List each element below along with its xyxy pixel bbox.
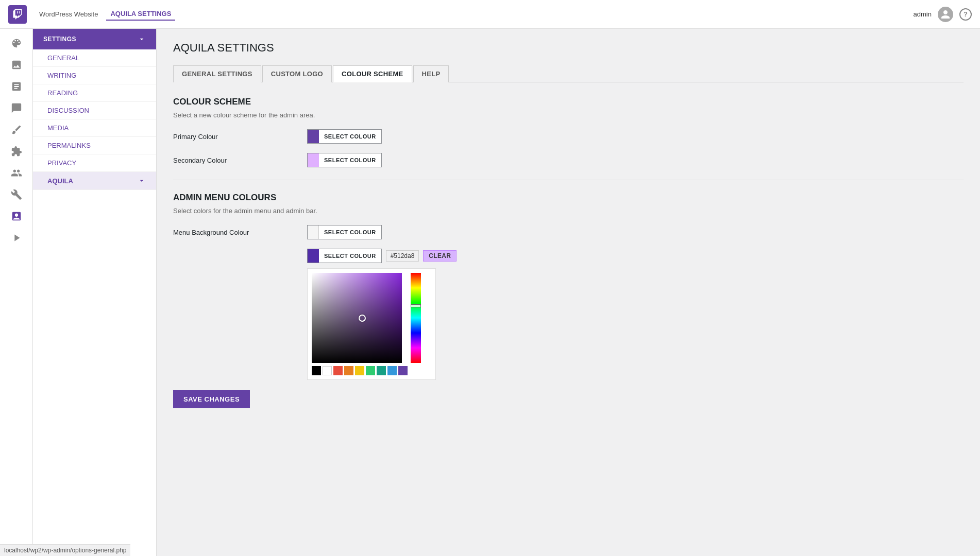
menu-bg-btn[interactable]: SELECT COLOUR [307,225,382,239]
menu-bg-row: Menu Background Colour SELECT COLOUR [173,225,964,239]
color-picker-container [307,268,436,380]
sidebar-icon-video[interactable] [4,228,29,248]
color-hue-bar[interactable] [411,273,421,363]
sidebar-icon-media[interactable] [4,55,29,75]
swatch-blue[interactable] [387,366,397,375]
tab-custom-logo[interactable]: CUSTOM LOGO [262,65,332,82]
secondary-colour-row: Secondary Colour SELECT COLOUR [173,153,964,167]
svg-rect-0 [411,273,421,363]
active-picker-btn-label: SELECT COLOUR [319,253,381,259]
menu-bg-btn-label: SELECT COLOUR [319,229,381,235]
menu-bg-label: Menu Background Colour [173,229,307,236]
admin-avatar[interactable] [938,7,953,22]
save-changes-button[interactable]: SAVE CHANGES [173,390,250,408]
primary-colour-label: Primary Colour [173,133,307,141]
swatch-teal[interactable] [377,366,386,375]
colour-scheme-desc: Select a new colour scheme for the admin… [173,111,964,119]
color-gradient-box[interactable] [312,273,402,363]
active-picker-btn[interactable]: SELECT COLOUR [307,249,382,263]
left-nav-item-media[interactable]: MEDIA [33,119,156,137]
admin-menu-desc: Select colors for the admin menu and adm… [173,207,964,215]
left-nav-item-general[interactable]: GENERAL [33,49,156,67]
admin-menu-title: ADMIN MENU COLOURS [173,193,964,203]
left-nav-item-privacy[interactable]: PRIVACY [33,154,156,172]
primary-colour-btn-label: SELECT COLOUR [319,133,381,140]
hue-cursor [411,304,421,307]
primary-colour-swatch [308,130,319,143]
tab-general-settings[interactable]: GENERAL SETTINGS [173,65,261,82]
sidebar-icon-plugins[interactable] [4,141,29,162]
primary-colour-row: Primary Colour SELECT COLOUR [173,129,964,144]
sidebar-icon-appearance[interactable] [4,33,29,54]
left-nav-item-writing[interactable]: WRITING [33,67,156,84]
left-nav-item-permalinks[interactable]: PERMALINKS [33,137,156,154]
site-logo[interactable] [8,5,27,24]
secondary-colour-label: Secondary Colour [173,157,307,164]
sidebar-icon-comments[interactable] [4,98,29,118]
swatch-white[interactable] [323,366,332,375]
active-picker-swatch [308,249,319,263]
top-bar-right: admin ? [914,7,972,22]
page-title: AQUILA SETTINGS [173,41,964,55]
swatch-orange[interactable] [344,366,353,375]
menu-bg-swatch [308,225,319,239]
aquila-settings-link[interactable]: AQUILA SETTINGS [106,8,175,21]
left-nav-aquila-label: AQUILA [47,177,73,185]
active-picker-row: SELECT COLOUR #512da8 CLEAR [307,249,964,263]
save-section: SAVE CHANGES [173,380,964,408]
section-divider [173,180,964,180]
tab-colour-scheme[interactable]: COLOUR SCHEME [333,65,412,82]
wordpress-website-link[interactable]: WordPress Website [35,8,102,20]
tab-help[interactable]: HELP [413,65,449,82]
top-nav: WordPress Website AQUILA SETTINGS [35,8,914,21]
help-icon[interactable]: ? [959,8,972,21]
secondary-colour-btn-label: SELECT COLOUR [319,157,381,163]
secondary-colour-btn[interactable]: SELECT COLOUR [307,153,382,167]
left-nav-item-reading[interactable]: READING [33,84,156,102]
left-nav-settings-header[interactable]: SETTINGS [33,29,156,49]
admin-username: admin [914,10,932,18]
colour-scheme-title: COLOUR SCHEME [173,97,964,107]
top-bar: WordPress Website AQUILA SETTINGS admin … [0,0,980,29]
sidebar-icon-pages[interactable] [4,76,29,97]
swatch-red[interactable] [333,366,343,375]
left-nav-item-aquila[interactable]: AQUILA [33,172,156,190]
swatch-purple[interactable] [398,366,408,375]
sidebar-icon-tools[interactable] [4,119,29,140]
color-swatches [312,366,408,375]
secondary-colour-swatch [308,153,319,167]
sidebar-icon-settings-active[interactable] [4,206,29,227]
swatch-green[interactable] [366,366,375,375]
colour-hash-value: #512da8 [386,250,419,262]
footer-bar: localhost/wp2/wp-admin/options-general.p… [0,544,130,556]
sidebar-icon-wrench[interactable] [4,184,29,205]
color-picker-panel [307,268,964,380]
footer-url: localhost/wp2/wp-admin/options-general.p… [4,547,126,554]
left-nav: SETTINGS GENERAL WRITING READING DISCUSS… [33,29,157,556]
tabs-bar: GENERAL SETTINGS CUSTOM LOGO COLOUR SCHE… [173,65,964,82]
swatch-black[interactable] [312,366,321,375]
main-content: AQUILA SETTINGS GENERAL SETTINGS CUSTOM … [157,29,980,556]
sidebar-icons [0,29,33,556]
left-nav-settings-label: SETTINGS [43,36,76,43]
primary-colour-btn[interactable]: SELECT COLOUR [307,129,382,144]
swatch-yellow[interactable] [355,366,364,375]
sidebar-icon-users[interactable] [4,163,29,183]
left-nav-item-discussion[interactable]: DISCUSSION [33,102,156,119]
clear-colour-btn[interactable]: CLEAR [423,250,457,262]
